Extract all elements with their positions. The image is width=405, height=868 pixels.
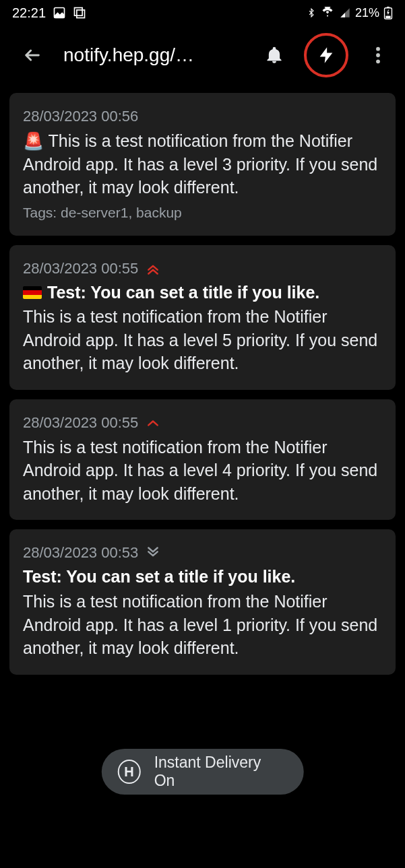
notification-body: 🚨 This is a test notification from the N… — [23, 129, 382, 199]
svg-point-8 — [376, 59, 380, 63]
notification-card[interactable]: 28/03/2023 00:56 🚨 This is a test notifi… — [9, 93, 396, 236]
bluetooth-icon — [307, 7, 316, 19]
flag-de-icon — [23, 286, 42, 299]
svg-point-6 — [376, 47, 380, 51]
priority-low-icon — [146, 546, 160, 560]
more-button[interactable] — [362, 39, 394, 71]
screenshot-icon — [73, 6, 86, 20]
battery-icon — [383, 6, 393, 20]
notification-card[interactable]: 28/03/2023 00:55 This is a test notifica… — [9, 399, 396, 521]
notification-title: Test: You can set a title if you like. — [23, 281, 382, 304]
instant-delivery-highlight — [304, 33, 348, 77]
notification-body: This is a test notification from the Not… — [23, 436, 382, 506]
notification-body: This is a test notification from the Not… — [23, 590, 382, 660]
notification-date: 28/03/2023 00:55 — [23, 260, 138, 277]
priority-high-icon — [146, 262, 160, 275]
svg-rect-5 — [385, 16, 390, 19]
notifications-button[interactable] — [258, 39, 290, 71]
toast-text: Instant Delivery On — [154, 754, 280, 790]
status-bar: 22:21 21% — [0, 0, 405, 26]
toast: H Instant Delivery On — [101, 749, 304, 795]
page-title: notify.hep.gg/… — [63, 44, 241, 66]
battery-percent: 21% — [355, 6, 379, 20]
svg-rect-1 — [75, 8, 83, 16]
status-time: 22:21 — [12, 5, 46, 21]
back-button[interactable] — [19, 42, 46, 69]
instant-delivery-button[interactable] — [317, 44, 336, 66]
wifi-icon — [320, 7, 335, 19]
notification-title: Test: You can set a title if you like. — [23, 566, 382, 589]
notification-tags: Tags: de-server1, backup — [23, 205, 382, 221]
notification-date: 28/03/2023 00:53 — [23, 544, 138, 562]
svg-rect-2 — [77, 10, 85, 18]
notification-card[interactable]: 28/03/2023 00:53 Test: You can set a tit… — [9, 529, 396, 674]
notification-list: 28/03/2023 00:56 🚨 This is a test notifi… — [0, 85, 405, 675]
notification-card[interactable]: 28/03/2023 00:55 Test: You can set a tit… — [9, 245, 396, 390]
notification-body: This is a test notification from the Not… — [23, 305, 382, 375]
app-bar: notify.hep.gg/… — [0, 26, 405, 85]
image-icon — [53, 6, 66, 20]
signal-icon — [339, 7, 351, 18]
toast-icon: H — [117, 760, 140, 784]
svg-point-7 — [376, 53, 380, 57]
notification-date: 28/03/2023 00:55 — [23, 414, 138, 432]
notification-date: 28/03/2023 00:56 — [23, 108, 138, 125]
svg-rect-4 — [387, 7, 390, 8]
priority-medium-icon — [146, 418, 160, 428]
